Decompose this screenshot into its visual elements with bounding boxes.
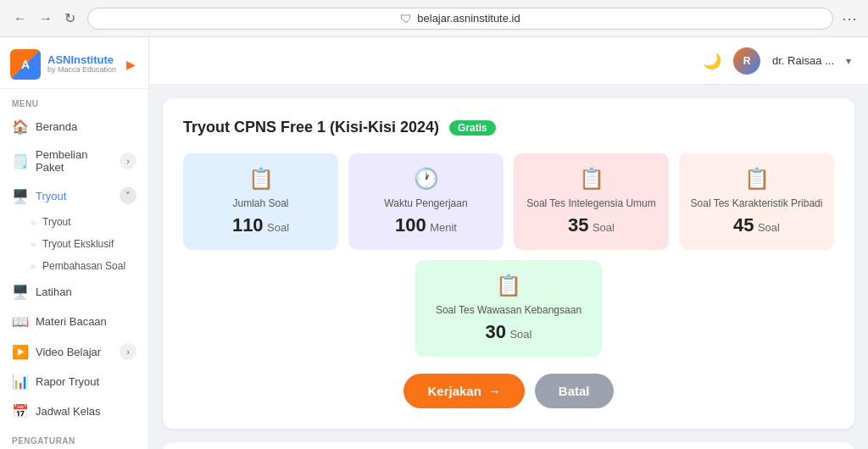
jumlah-soal-value: 110 Soal xyxy=(232,214,289,236)
sidebar-item-tryout-eksklusif[interactable]: Tryout Eksklusif xyxy=(31,233,148,255)
avatar: R xyxy=(733,47,760,75)
nav-buttons: ← → ↻ xyxy=(10,8,79,28)
twk-icon: 📋 xyxy=(496,274,521,297)
sidebar-item-video-belajar[interactable]: ▶️ Video Belajar › xyxy=(0,336,148,367)
card-title-row: Tryout CPNS Free 1 (Kisi-Kisi 2024) Grat… xyxy=(183,119,834,136)
tryout-submenu: Tryout Tryout Eksklusif Pembahasan Soal xyxy=(0,211,148,277)
user-name: dr. Raisaa ... xyxy=(772,54,834,67)
pembelian-arrow-icon: › xyxy=(120,152,136,169)
sidebar-item-tryout[interactable]: 🖥️ Tryout ˅ xyxy=(0,180,148,211)
stat-soal-twk: 📋 Soal Tes Wawasan Kebangsaan 30 Soal xyxy=(415,260,602,357)
video-icon: ▶️ xyxy=(12,344,29,360)
kerjakan-label: Kerjakan xyxy=(427,384,481,398)
batal-button[interactable]: Batal xyxy=(535,374,614,408)
reload-button[interactable]: ↻ xyxy=(61,8,79,28)
sidebar-label-rapor: Rapor Tryout xyxy=(36,375,136,388)
kerjakan-button[interactable]: Kerjakan → xyxy=(403,374,524,408)
action-buttons: Kerjakan → Batal xyxy=(183,374,834,408)
waktu-value: 100 Menit xyxy=(395,214,457,236)
sidebar-label-beranda: Beranda xyxy=(36,120,136,133)
jadwal-icon: 📅 xyxy=(12,403,29,419)
stats-grid: 📋 Jumlah Soal 110 Soal 🕐 Waktu Pengerjaa… xyxy=(183,153,834,250)
forward-button[interactable]: → xyxy=(36,9,56,28)
tryout-icon: 🖥️ xyxy=(12,188,29,204)
tiu-icon: 📋 xyxy=(579,167,604,191)
sidebar-label-pembelian: Pembelian Paket xyxy=(36,148,113,174)
batal-label: Batal xyxy=(559,384,590,398)
video-arrow-icon: › xyxy=(120,343,136,360)
logo-icon: A xyxy=(10,49,41,80)
sidebar: A ASNInstitute by Macca Education ▶ MENU… xyxy=(0,37,149,449)
sidebar-label-video: Video Belajar xyxy=(36,346,113,358)
tkp-value: 45 Soal xyxy=(733,214,780,236)
home-icon: 🏠 xyxy=(12,119,29,135)
sidebar-item-tryout-sub[interactable]: Tryout xyxy=(31,211,148,233)
logo-text: ASNInstitute by Macca Education xyxy=(47,54,116,75)
browser-menu-button[interactable]: ⋯ xyxy=(842,9,858,28)
tiu-value: 35 Soal xyxy=(568,214,615,236)
sidebar-logo: A ASNInstitute by Macca Education ▶ xyxy=(0,37,148,89)
shield-icon: 🛡 xyxy=(400,12,412,25)
tryout-sub-label: Tryout xyxy=(42,216,71,228)
tryout-card: Tryout CPNS Free 1 (Kisi-Kisi 2024) Grat… xyxy=(163,98,854,429)
dark-mode-icon[interactable]: 🌙 xyxy=(703,52,721,70)
jumlah-soal-label: Jumlah Soal xyxy=(232,197,288,209)
tryout-card-title: Tryout CPNS Free 1 (Kisi-Kisi 2024) xyxy=(183,119,439,136)
stats-row2: 📋 Soal Tes Wawasan Kebangsaan 30 Soal xyxy=(183,260,834,357)
sidebar-label-jadwal: Jadwal Kelas xyxy=(36,405,136,418)
stat-soal-tkp: 📋 Soal Tes Karakteristik Pribadi 45 Soal xyxy=(679,153,834,250)
stat-jumlah-soal: 📋 Jumlah Soal 110 Soal xyxy=(183,153,338,250)
tkp-label: Soal Tes Karakteristik Pribadi xyxy=(691,197,823,209)
menu-section-label: MENU xyxy=(0,89,148,112)
sidebar-item-pembelian-paket[interactable]: 🗒️ Pembelian Paket › xyxy=(0,141,148,180)
sidebar-label-latihan: Latihan xyxy=(36,285,136,298)
content-area: 🌙 R dr. Raisaa ... ▾ Tryout CPNS Free 1 … xyxy=(149,37,868,449)
logo-sub: by Macca Education xyxy=(47,66,116,75)
address-bar[interactable]: 🛡 belajar.asninstitute.id xyxy=(87,8,833,30)
chevron-down-icon[interactable]: ▾ xyxy=(846,55,851,67)
sidebar-item-pembahasan-soal[interactable]: Pembahasan Soal xyxy=(31,255,148,277)
waktu-label: Waktu Pengerjaan xyxy=(384,197,467,209)
stat-soal-tiu: 📋 Soal Tes Intelegensia Umum 35 Soal xyxy=(514,153,669,250)
logo-play-icon: ▶ xyxy=(126,58,136,71)
pembelian-icon: 🗒️ xyxy=(12,153,29,169)
top-header: 🌙 R dr. Raisaa ... ▾ xyxy=(149,37,868,85)
tkp-icon: 📋 xyxy=(744,167,770,191)
pembahasan-label: Pembahasan Soal xyxy=(42,260,125,272)
sidebar-label-tryout: Tryout xyxy=(36,190,113,202)
waktu-icon: 🕐 xyxy=(414,167,439,191)
riwayat-card: Riwayat Tryout CPNS Free 1 (Kisi-Kisi 20… xyxy=(163,442,854,449)
pengaturan-section-label: PENGATURAN xyxy=(0,426,148,449)
jumlah-soal-icon: 📋 xyxy=(248,167,274,191)
materi-icon: 📖 xyxy=(12,313,29,330)
logo-brand: ASNInstitute xyxy=(47,54,116,66)
tryout-arrow-icon: ˅ xyxy=(120,187,136,204)
tryout-eksklusif-label: Tryout Eksklusif xyxy=(42,238,114,250)
gratis-badge: Gratis xyxy=(449,120,496,136)
twk-value: 30 Soal xyxy=(486,321,532,343)
sidebar-item-materi-bacaan[interactable]: 📖 Materi Bacaan xyxy=(0,307,148,336)
sidebar-item-rapor-tryout[interactable]: 📊 Rapor Tryout xyxy=(0,367,148,396)
url-text: belajar.asninstitute.id xyxy=(417,12,520,25)
kerjakan-arrow-icon: → xyxy=(488,384,501,398)
sidebar-item-beranda[interactable]: 🏠 Beranda xyxy=(0,112,148,141)
twk-label: Soal Tes Wawasan Kebangsaan xyxy=(436,304,581,316)
tiu-label: Soal Tes Intelegensia Umum xyxy=(526,197,656,209)
stat-waktu-pengerjaan: 🕐 Waktu Pengerjaan 100 Menit xyxy=(348,153,504,250)
rapor-icon: 📊 xyxy=(12,374,29,390)
browser-chrome: ← → ↻ 🛡 belajar.asninstitute.id ⋯ xyxy=(0,0,868,37)
content-scroll: Tryout CPNS Free 1 (Kisi-Kisi 2024) Grat… xyxy=(149,85,868,449)
sidebar-label-materi: Materi Bacaan xyxy=(36,315,136,328)
latihan-icon: 🖥️ xyxy=(12,284,29,300)
sidebar-item-latihan[interactable]: 🖥️ Latihan xyxy=(0,277,148,307)
sidebar-item-jadwal-kelas[interactable]: 📅 Jadwal Kelas xyxy=(0,396,148,426)
back-button[interactable]: ← xyxy=(10,9,31,28)
